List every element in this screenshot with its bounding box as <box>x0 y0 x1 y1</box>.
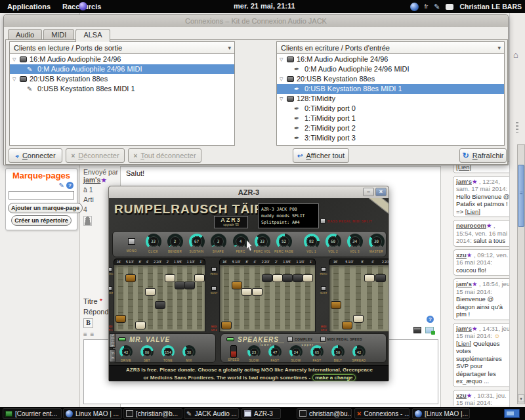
preset-display[interactable]: AZR-3 JACK P00 muddy moods SPLIT Splitpo… <box>258 203 319 228</box>
scrollbar-thumb[interactable] <box>518 165 524 227</box>
drawbar[interactable] <box>167 266 173 329</box>
drawbar-handle[interactable] <box>293 274 303 282</box>
tree-item[interactable]: ✎0:USB Keystation 88es MIDI 1 <box>10 84 234 94</box>
browser-scrollbar[interactable]: ▾ <box>517 144 525 404</box>
drawbar-handle[interactable] <box>262 274 272 282</box>
drawbar-handle[interactable] <box>331 301 341 309</box>
drawbar[interactable] <box>128 266 133 329</box>
knob-sustain[interactable]: 67SUSTAIN <box>186 234 207 253</box>
tab-alsa[interactable]: ALSA <box>75 29 110 42</box>
mono-button[interactable] <box>128 238 135 245</box>
knob-slow[interactable]: 23SLOW <box>243 345 264 362</box>
bold-button[interactable]: B <box>83 318 93 328</box>
edit-pencil-icon[interactable]: ✎ <box>59 182 64 189</box>
jack-titlebar[interactable]: Connexions – Kit de Connexion Audio JACK <box>4 15 508 27</box>
drawbar[interactable] <box>378 266 383 329</box>
shout-link[interactable]: [Lien] <box>456 340 471 347</box>
shout-author[interactable]: jam's <box>456 280 472 287</box>
perc-button[interactable] <box>109 267 112 272</box>
drawbar[interactable] <box>224 266 229 329</box>
tree-item[interactable]: ▽16:M Audio Audiophile 24/96 <box>10 54 234 64</box>
bookmark-name-input[interactable] <box>9 191 74 200</box>
editor-help-icon[interactable]: ? <box>427 316 434 323</box>
knob-slow[interactable]: 24SLOW <box>285 345 306 362</box>
tree-item[interactable]: ✒0:M Audio Audiophile 24/96 MIDI <box>277 64 504 74</box>
drawbar-handle[interactable] <box>232 282 242 289</box>
create-folder-button[interactable]: Créer un répertoire <box>11 215 72 226</box>
knob-vol-3[interactable]: 34VOL 3 <box>344 234 366 253</box>
drawbar[interactable] <box>275 266 280 329</box>
shout-message[interactable]: jam's★ , 18:54, jeu. 15 mai 2014: Bienve… <box>453 278 515 320</box>
drawbar[interactable] <box>264 266 270 329</box>
knob-fast[interactable]: 47FAST <box>264 345 285 362</box>
speed-switch[interactable]: SPEED <box>224 345 243 362</box>
shout-message[interactable]: jam's★ , 14:31, jeu. 15 mai 2014: ☺[Lien… <box>453 323 515 387</box>
taskbar-item[interactable]: christian@bu... <box>297 408 352 419</box>
drawbar-handle[interactable] <box>116 315 126 323</box>
knob-perc-vol[interactable]: 33PERC VOL <box>251 234 273 253</box>
tree-item[interactable]: ✎0:M Audio Audiophile 24/96 MIDI <box>10 64 234 74</box>
make-a-change-link[interactable]: make a change <box>312 374 355 381</box>
mono-switch[interactable]: MONO <box>121 234 142 253</box>
drawbar-handle[interactable] <box>282 274 293 282</box>
network-globe-icon[interactable] <box>410 3 419 11</box>
close-button[interactable]: × <box>375 188 387 196</box>
clock[interactable]: mer. 21 mai, 21:11 <box>234 2 295 10</box>
shout-author[interactable]: jam's <box>456 325 472 332</box>
knob-drive[interactable]: 42DRIVE <box>116 345 136 362</box>
drawbar-handle[interactable] <box>125 274 136 282</box>
drawbar[interactable] <box>244 266 249 329</box>
drag-grip-icon[interactable] <box>516 122 518 133</box>
chat-bubble-icon[interactable] <box>446 4 453 10</box>
drawbar-handle[interactable] <box>303 274 313 282</box>
knob-master[interactable]: 30MASTER <box>366 234 387 253</box>
knob-vol-1[interactable]: 82VOL 1 <box>301 234 322 253</box>
knob-bender[interactable]: 2BENDER <box>164 234 186 253</box>
drawbar[interactable] <box>295 266 301 329</box>
shout-author[interactable]: xzu <box>456 392 467 399</box>
drawbar[interactable] <box>158 266 163 329</box>
drawbar[interactable] <box>197 266 202 329</box>
bass-pedal-split-checkbox[interactable] <box>320 219 326 224</box>
shout-link[interactable]: [Lien] <box>465 208 480 215</box>
knob-perc-fade[interactable]: 52PERC FADE <box>273 234 295 253</box>
home-icon[interactable]: ⌂ <box>513 50 518 60</box>
taskbar-item[interactable]: [christian@b... <box>123 408 182 419</box>
sust-button[interactable] <box>211 286 217 291</box>
insert-image-icon[interactable] <box>425 327 434 333</box>
expander-icon[interactable]: ▽ <box>280 54 287 64</box>
taskbar-item[interactable]: Linux MAO | ... <box>63 408 122 419</box>
drawbar-handle[interactable] <box>135 322 146 329</box>
menu-applications[interactable]: Applications <box>7 3 51 10</box>
knob-tone[interactable]: 154TONE <box>158 345 178 362</box>
drawbar[interactable] <box>118 266 123 329</box>
mr-valve-led[interactable] <box>118 337 126 341</box>
drawbar[interactable] <box>148 266 153 329</box>
speed-switch-lever[interactable] <box>230 345 237 358</box>
taskbar-item[interactable]: AZR-3 <box>242 408 281 419</box>
drawbar-handle[interactable] <box>145 288 156 296</box>
drawbar-handle[interactable] <box>353 315 364 323</box>
drawbar-handle[interactable] <box>194 274 205 282</box>
complex-checkbox[interactable] <box>287 337 293 342</box>
azr3-titlebar[interactable]: AZR-3 – × <box>109 186 388 198</box>
shout-message[interactable]: xzu★ , 09:12, ven. 16 mai 2014: coucou f… <box>453 249 515 276</box>
drawbar-handle[interactable] <box>155 301 165 309</box>
drawbar-handle[interactable] <box>242 288 252 296</box>
expander-icon[interactable]: ▽ <box>12 54 20 64</box>
shout-author[interactable]: jam's <box>456 178 472 185</box>
expander-icon[interactable]: ▽ <box>280 94 287 104</box>
disconnect-all-button[interactable]: ×Tout déconnecter <box>128 148 201 163</box>
list-icon[interactable]: ≡ ≡ <box>83 331 109 338</box>
drawbar-handle[interactable] <box>221 322 232 329</box>
drawbar[interactable] <box>305 266 310 329</box>
voice-tab[interactable]: VOICE <box>109 333 116 348</box>
pen-icon[interactable]: ✎ <box>434 3 440 11</box>
knob-shape[interactable]: 3SHAPE <box>207 234 229 253</box>
sust-button[interactable] <box>321 286 326 291</box>
drawbar[interactable] <box>367 266 372 329</box>
taskbar-item[interactable]: [Courrier ent... <box>3 408 62 419</box>
add-bookmark-button[interactable]: Ajouter un marque-page <box>8 203 83 213</box>
post-author-link[interactable]: jam's <box>83 176 100 184</box>
drawbar[interactable] <box>255 266 260 329</box>
